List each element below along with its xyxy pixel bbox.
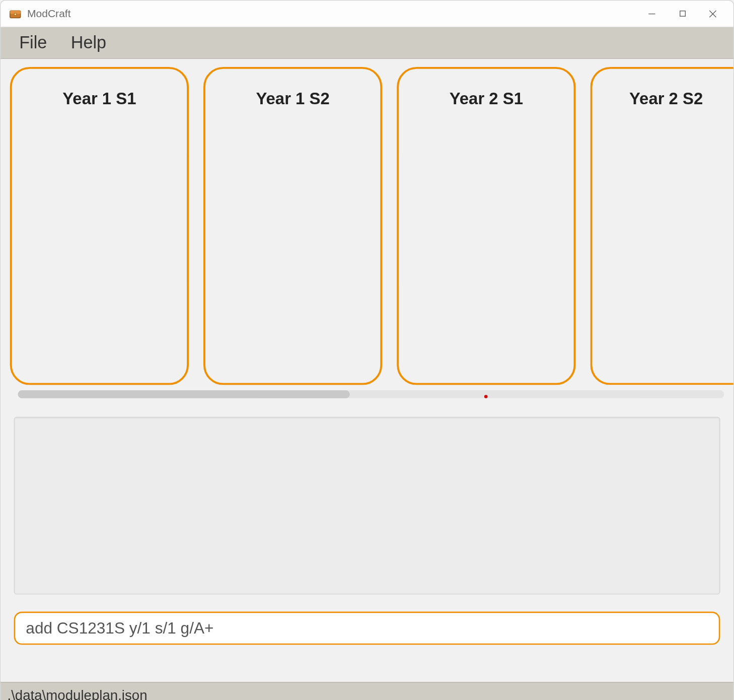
- semester-card[interactable]: Year 1 S2: [203, 67, 382, 385]
- content-area: Year 1 S1 Year 1 S2 Year 2 S1 Year 2 S2: [1, 59, 733, 682]
- command-input-wrap: [14, 612, 720, 645]
- svg-rect-4: [680, 11, 685, 17]
- semester-title: Year 1 S2: [212, 89, 374, 108]
- semester-title: Year 2 S2: [599, 89, 733, 108]
- app-window: ModCraft File Help Year 1 S1 Year 1 S2: [0, 0, 734, 700]
- app-title: ModCraft: [27, 8, 71, 20]
- semester-card[interactable]: Year 2 S2: [590, 67, 733, 385]
- menu-file[interactable]: File: [7, 29, 59, 57]
- svg-rect-2: [14, 13, 16, 15]
- indicator-dot: [484, 395, 488, 398]
- semester-title: Year 2 S1: [405, 89, 567, 108]
- titlebar: ModCraft: [1, 1, 733, 27]
- semester-row: Year 1 S1 Year 1 S2 Year 2 S1 Year 2 S2: [10, 67, 733, 385]
- statusbar: .\data\moduleplan.json: [1, 682, 733, 700]
- menu-help[interactable]: Help: [59, 29, 118, 57]
- scrollbar-thumb[interactable]: [18, 390, 350, 398]
- semester-scroll-area: Year 1 S1 Year 1 S2 Year 2 S1 Year 2 S2: [1, 59, 733, 385]
- maximize-button[interactable]: [667, 3, 698, 24]
- menubar: File Help: [1, 27, 733, 59]
- horizontal-scrollbar[interactable]: [18, 390, 724, 398]
- semester-card[interactable]: Year 2 S1: [397, 67, 575, 385]
- output-panel: [14, 417, 720, 595]
- semester-card[interactable]: Year 1 S1: [10, 67, 189, 385]
- close-button[interactable]: [698, 3, 728, 24]
- command-input[interactable]: [14, 612, 720, 645]
- chest-icon: [9, 7, 22, 20]
- minimize-button[interactable]: [637, 3, 668, 24]
- statusbar-path: .\data\moduleplan.json: [7, 687, 147, 700]
- semester-title: Year 1 S1: [19, 89, 180, 108]
